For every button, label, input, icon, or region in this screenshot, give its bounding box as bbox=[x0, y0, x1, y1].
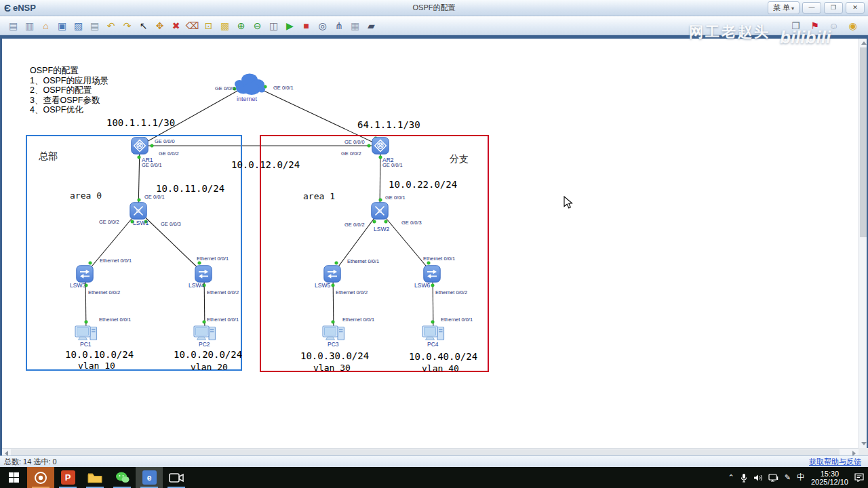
interface-label: Ethernet 0/0/1 bbox=[342, 317, 374, 323]
device-ar1[interactable] bbox=[131, 137, 149, 157]
device-label-lsw5: LSW5 bbox=[315, 282, 330, 289]
watermark-bilibili-logo: bilibili bbox=[780, 27, 831, 48]
watermark-channel-name: 网工老赵头 bbox=[689, 22, 770, 41]
interface-label: GE 0/0/0 bbox=[344, 139, 365, 145]
interface-label: GE 0/0/0 bbox=[215, 85, 235, 92]
taskbar-clock[interactable]: 15:30 2025/12/10 bbox=[811, 470, 848, 486]
ensp-taskbar-icon: e bbox=[142, 470, 157, 485]
ip-label-hq-lan: 10.0.11.0/24 bbox=[156, 183, 224, 194]
taskbar-app-screen-recorder[interactable] bbox=[27, 467, 54, 488]
interface-label: GE 0/0/1 bbox=[273, 85, 294, 91]
interface-label: Ethernet 0/0/1 bbox=[423, 256, 455, 262]
topology-canvas[interactable]: OSPF的配置 1、OSPF的应用场景 2、OSPF的配置 3、查看OSPF参数… bbox=[2, 39, 859, 448]
delete-icon[interactable]: ✖ bbox=[169, 19, 183, 33]
device-lsw2[interactable] bbox=[371, 202, 389, 222]
notification-center-icon[interactable] bbox=[854, 473, 864, 482]
speaker-icon[interactable] bbox=[753, 474, 762, 482]
ip-label-wan-branch: 64.1.1.1/30 bbox=[357, 119, 420, 130]
zoom-reset-icon[interactable]: ◫ bbox=[267, 19, 281, 33]
vertical-scrollbar[interactable] bbox=[859, 39, 867, 448]
menu-button[interactable]: 菜 单▾ bbox=[768, 1, 800, 14]
start-button[interactable] bbox=[0, 467, 27, 488]
pan-icon[interactable]: ✥ bbox=[153, 19, 167, 33]
help-feedback-link[interactable]: 获取帮助与反馈 bbox=[809, 457, 861, 467]
restore-button[interactable]: ❐ bbox=[824, 2, 843, 14]
print-icon[interactable]: ▤ bbox=[87, 19, 102, 33]
new-topology-icon[interactable]: ▤ bbox=[6, 19, 20, 33]
pen-icon[interactable]: ✎ bbox=[785, 473, 791, 482]
hq-zone-label: 总部 bbox=[39, 150, 58, 163]
grid-icon[interactable]: ▦ bbox=[348, 19, 362, 33]
start-devices-icon[interactable]: ▶ bbox=[283, 19, 297, 33]
new-test-paper-icon[interactable]: ▥ bbox=[22, 19, 37, 33]
device-label-pc3: PC3 bbox=[328, 341, 339, 348]
interface-label: Ethernet 0/0/1 bbox=[207, 317, 239, 323]
tray-expand-icon[interactable]: ⌃ bbox=[728, 473, 734, 482]
cloud-label: internet bbox=[237, 96, 257, 102]
palette-icon[interactable]: ▩ bbox=[218, 19, 232, 33]
ime-indicator[interactable]: 中 bbox=[797, 472, 805, 483]
device-ar2[interactable] bbox=[372, 137, 389, 157]
vlan40-label: vlan 40 bbox=[422, 363, 459, 373]
select-icon[interactable]: ↖ bbox=[136, 19, 151, 33]
vlan10-label: vlan 10 bbox=[78, 361, 115, 371]
save-as-icon[interactable]: ▨ bbox=[71, 19, 85, 33]
taskbar-app-ensp[interactable]: e bbox=[136, 467, 163, 488]
vertical-scroll-thumb[interactable] bbox=[860, 47, 867, 237]
note-line: 3、查看OSPF参数 bbox=[30, 96, 108, 106]
taskbar-app-camera[interactable] bbox=[163, 467, 190, 488]
device-label-pc2: PC2 bbox=[199, 341, 210, 348]
interface-label: Ethernet 0/0/1 bbox=[441, 317, 473, 323]
interface-label: Ethernet 0/0/2 bbox=[435, 289, 467, 296]
branch-zone-box bbox=[260, 135, 489, 372]
window-title: OSPF的配置 bbox=[0, 3, 868, 13]
horizontal-scroll-thumb[interactable] bbox=[11, 449, 840, 455]
video-camera-icon bbox=[169, 472, 184, 483]
note-line: 2、OSPF的配置 bbox=[30, 85, 108, 96]
screen-recorder-icon bbox=[34, 471, 47, 485]
taskbar-app-powerpoint[interactable]: P bbox=[54, 467, 81, 488]
interface-label: GE 0/0/2 bbox=[159, 150, 179, 157]
interface-label: Ethernet 0/0/1 bbox=[347, 258, 379, 264]
open-icon[interactable]: ⌂ bbox=[39, 19, 53, 33]
redo-icon[interactable]: ↷ bbox=[120, 19, 134, 33]
interface-label: GE 0/0/1 bbox=[385, 195, 406, 201]
taskbar-app-wechat[interactable] bbox=[108, 467, 136, 488]
scroll-up-icon[interactable] bbox=[861, 41, 867, 45]
interface-label: Ethernet 0/0/2 bbox=[336, 289, 368, 296]
network-icon[interactable] bbox=[768, 474, 778, 482]
ip-label-vlan10-net: 10.0.10.0/24 bbox=[65, 349, 134, 360]
save-icon[interactable]: ▣ bbox=[55, 19, 69, 33]
undo-icon[interactable]: ↶ bbox=[104, 19, 118, 33]
vlan20-label: vlan 20 bbox=[191, 362, 228, 372]
note-line: OSPF的配置 bbox=[30, 66, 108, 76]
stop-devices-icon[interactable]: ■ bbox=[299, 19, 313, 33]
horizontal-scrollbar[interactable] bbox=[2, 448, 859, 455]
branch-zone-label: 分支 bbox=[450, 153, 469, 165]
wechat-icon bbox=[115, 471, 130, 484]
title-bar: Є eNSP OSPF的配置 菜 单▾ — ❐ ✕ bbox=[0, 0, 868, 16]
topology-data-icon[interactable]: ⋔ bbox=[332, 19, 346, 33]
zoom-out-icon[interactable]: ⊖ bbox=[250, 19, 264, 33]
taskbar-app-file-explorer[interactable] bbox=[81, 467, 108, 488]
close-button[interactable]: ✕ bbox=[846, 2, 865, 14]
ensp-window: Є eNSP OSPF的配置 菜 单▾ — ❐ ✕ ▤ ▥ ⌂ ▣ ▨ ▤ ↶ … bbox=[0, 0, 868, 488]
windows-logo-icon bbox=[9, 472, 19, 483]
ip-label-branch-lan: 10.0.22.0/24 bbox=[389, 179, 457, 190]
interface-label: Ethernet 0/0/2 bbox=[207, 289, 239, 296]
interface-label: GE 0/0/1 bbox=[144, 194, 165, 200]
console-display-icon[interactable]: ▰ bbox=[364, 19, 378, 33]
packet-capture-icon[interactable]: ◎ bbox=[315, 19, 330, 33]
minimize-button[interactable]: — bbox=[802, 2, 821, 14]
microphone-icon[interactable] bbox=[741, 473, 747, 483]
add-note-icon[interactable]: ⊡ bbox=[201, 19, 216, 33]
about-icon[interactable]: ◉ bbox=[846, 19, 860, 33]
zoom-in-icon[interactable]: ⊕ bbox=[234, 19, 248, 33]
scroll-down-icon[interactable] bbox=[861, 442, 867, 445]
device-label-lsw1: LSW1 bbox=[133, 220, 149, 226]
device-label-pc4: PC4 bbox=[427, 341, 439, 348]
ip-label-wan-hq: 100.1.1.1/30 bbox=[106, 117, 175, 128]
delete-connections-icon[interactable]: ⌫ bbox=[185, 19, 199, 33]
area1-label: area 1 bbox=[303, 191, 335, 201]
windows-taskbar: P e bbox=[0, 467, 868, 488]
